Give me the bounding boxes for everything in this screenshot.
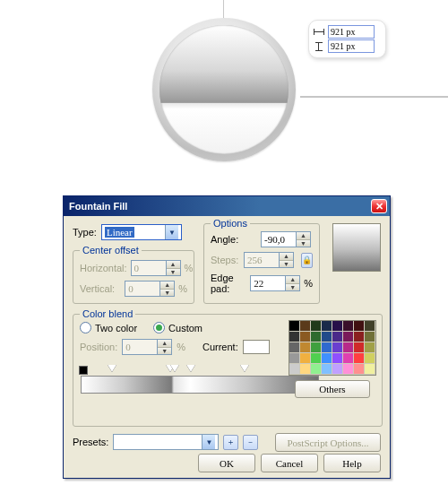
swatch[interactable] [365, 364, 375, 375]
vertical-spin: ▲▼ [125, 281, 175, 297]
custom-radio[interactable]: Custom [153, 322, 202, 333]
ok-button[interactable]: OK [198, 454, 255, 472]
swatch[interactable] [354, 332, 365, 342]
position-label: Position: [80, 342, 117, 352]
titlebar[interactable]: Fountain Fill ✕ [64, 196, 390, 216]
options-group: Options Angle: ▲▼ Steps: ▲▼ 🔒 Edge pad: … [203, 223, 320, 304]
preset-remove-button[interactable]: － [243, 435, 258, 450]
current-label: Current: [202, 342, 238, 352]
swatch[interactable] [289, 364, 300, 375]
canvas-preview [0, 0, 448, 170]
swatch[interactable] [343, 353, 354, 364]
height-icon [314, 42, 324, 51]
type-value: Linear [105, 227, 134, 238]
swatch[interactable] [311, 332, 322, 342]
swatch[interactable] [311, 321, 322, 332]
steps-spin: ▲▼ [244, 252, 294, 268]
swatch[interactable] [300, 332, 311, 342]
presets-select[interactable]: ▼ [113, 434, 219, 450]
swatch[interactable] [300, 364, 311, 375]
swatch[interactable] [354, 353, 365, 364]
gradient-endpoint-left[interactable] [79, 366, 88, 375]
current-swatch[interactable] [243, 340, 270, 354]
swatch[interactable] [365, 321, 375, 332]
cancel-button[interactable]: Cancel [261, 454, 318, 472]
chevron-down-icon: ▼ [202, 435, 215, 449]
presets-label: Presets: [73, 437, 108, 447]
height-readout[interactable] [328, 39, 375, 53]
swatch-grid[interactable] [289, 320, 376, 376]
swatch[interactable] [354, 342, 365, 353]
close-button[interactable]: ✕ [371, 199, 387, 213]
postscript-button: PostScript Options... [275, 433, 381, 452]
vertical-label: Vertical: [80, 283, 121, 294]
pct-4: % [177, 342, 185, 352]
swatch[interactable] [365, 342, 375, 353]
size-callout [308, 20, 386, 58]
angle-spin[interactable]: ▲▼ [261, 231, 311, 247]
pct-3: % [304, 278, 313, 289]
swatch[interactable] [332, 364, 343, 375]
center-offset-legend: Center offset [80, 245, 142, 255]
steps-label: Steps: [211, 255, 240, 265]
edgepad-label: Edge pad: [211, 273, 246, 294]
width-icon [314, 28, 324, 37]
swatch[interactable] [300, 353, 311, 364]
chevron-down-icon: ▼ [165, 225, 178, 239]
swatch[interactable] [354, 321, 365, 332]
swatch[interactable] [354, 364, 365, 375]
type-select[interactable]: Linear ▼ [101, 224, 182, 240]
swatch[interactable] [332, 353, 343, 364]
swatch[interactable] [289, 353, 300, 364]
angle-label: Angle: [211, 234, 257, 245]
swatch[interactable] [332, 321, 343, 332]
gradient-bar[interactable] [81, 376, 319, 394]
swatch[interactable] [289, 321, 300, 332]
gradient-stop[interactable] [170, 365, 179, 372]
width-readout[interactable] [328, 25, 375, 39]
color-blend-group: Color blend Two color Custom Position: ▲… [73, 314, 383, 427]
swatch[interactable] [322, 353, 332, 364]
color-blend-legend: Color blend [80, 308, 135, 319]
others-button[interactable]: Others [295, 380, 370, 398]
preset-add-button[interactable]: ＋ [223, 435, 238, 450]
gradient-stop[interactable] [240, 365, 249, 372]
swatch[interactable] [289, 342, 300, 353]
pct-2: % [178, 283, 187, 294]
swatch[interactable] [289, 332, 300, 342]
swatch[interactable] [365, 353, 375, 364]
gradient-stops-track[interactable] [81, 365, 317, 376]
swatch[interactable] [343, 342, 354, 353]
title-text: Fountain Fill [69, 201, 127, 212]
metal-disc [159, 25, 289, 154]
steps-lock-icon[interactable]: 🔒 [301, 253, 313, 268]
swatch[interactable] [322, 321, 332, 332]
swatch[interactable] [322, 364, 332, 375]
help-button[interactable]: Help [323, 454, 381, 472]
horizontal-label: Horizontal: [80, 263, 127, 273]
pct-1: % [185, 263, 194, 273]
swatch[interactable] [311, 353, 322, 364]
swatch[interactable] [343, 364, 354, 375]
swatch[interactable] [311, 364, 322, 375]
gradient-stop[interactable] [186, 365, 195, 372]
swatch[interactable] [332, 342, 343, 353]
swatch[interactable] [311, 342, 322, 353]
gradient-stop[interactable] [108, 365, 116, 372]
horizontal-spin: ▲▼ [131, 260, 181, 276]
swatch[interactable] [365, 332, 375, 342]
swatch[interactable] [322, 332, 332, 342]
gradient-preview [332, 223, 381, 272]
close-icon: ✕ [375, 201, 383, 212]
guide-vertical [223, 0, 224, 20]
swatch[interactable] [300, 342, 311, 353]
swatch[interactable] [322, 342, 332, 353]
center-offset-group: Center offset Horizontal: ▲▼ % Vertical:… [73, 250, 194, 304]
swatch[interactable] [343, 332, 354, 342]
edgepad-spin[interactable]: ▲▼ [250, 275, 300, 291]
swatch[interactable] [332, 332, 343, 342]
position-spin: ▲▼ [122, 339, 172, 355]
swatch[interactable] [343, 321, 354, 332]
swatch[interactable] [300, 321, 311, 332]
two-color-radio[interactable]: Two color [80, 322, 137, 333]
